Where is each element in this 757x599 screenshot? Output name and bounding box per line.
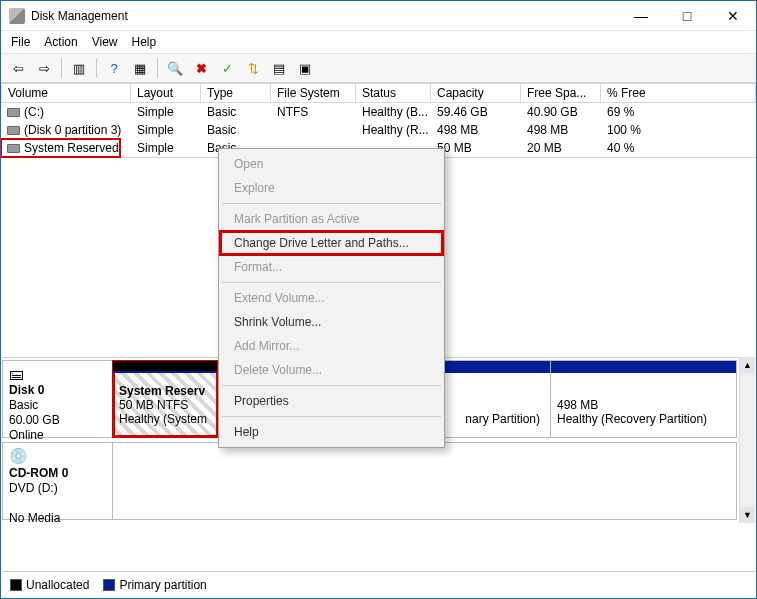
partition-empty[interactable] [113,443,736,519]
volume-layout: Simple [131,139,201,157]
back-button[interactable]: ⇦ [7,57,29,79]
forward-button[interactable]: ⇨ [33,57,55,79]
ctx-separator [222,385,441,386]
partition-header [113,361,217,373]
volume-fs [271,121,356,139]
refresh-button[interactable]: 🔍 [164,57,186,79]
context-menu: Open Explore Mark Partition as Active Ch… [218,148,445,448]
volume-free: 498 MB [521,121,601,139]
menu-view[interactable]: View [92,35,118,49]
swatch-unallocated [10,579,22,591]
delete-button[interactable]: ✖ [190,57,212,79]
col-layout[interactable]: Layout [131,83,201,103]
disk-management-icon [9,8,25,24]
properties-button[interactable]: ▤ [268,57,290,79]
close-button[interactable]: ✕ [710,1,756,31]
toolbar-separator [61,58,62,78]
volume-icon [7,108,20,117]
partition-strip [113,443,736,519]
ctx-help[interactable]: Help [220,420,443,444]
volume-pct: 40 % [601,139,756,157]
scroll-down-button[interactable]: ▼ [740,507,755,523]
toolbar-separator [157,58,158,78]
ctx-separator [222,203,441,204]
menu-file[interactable]: File [11,35,30,49]
legend-unallocated: Unallocated [10,578,89,592]
partition-status: Healthy (System [119,412,207,426]
ctx-separator [222,282,441,283]
disk-kind: DVD (D:) [9,481,106,495]
partition-header [551,361,736,373]
volume-free: 20 MB [521,139,601,157]
titlebar: Disk Management ― □ ✕ [1,1,756,31]
ctx-format[interactable]: Format... [220,255,443,279]
list-button[interactable]: ▣ [294,57,316,79]
volume-list: Volume Layout Type File System Status Ca… [1,83,756,158]
ctx-shrink-volume[interactable]: Shrink Volume... [220,310,443,334]
menu-action[interactable]: Action [44,35,77,49]
scroll-up-button[interactable]: ▲ [740,357,755,373]
volume-type: Basic [201,121,271,139]
menu-help[interactable]: Help [132,35,157,49]
disk-info[interactable]: 💿 CD-ROM 0 DVD (D:) No Media [3,443,113,519]
ctx-delete-volume[interactable]: Delete Volume... [220,358,443,382]
volume-fs: NTFS [271,103,356,121]
volume-pct: 69 % [601,103,756,121]
col-type[interactable]: Type [201,83,271,103]
col-status[interactable]: Status [356,83,431,103]
show-hide-tree-button[interactable]: ▥ [68,57,90,79]
partition-size: 50 MB NTFS [119,398,188,412]
partition-recovery[interactable]: 498 MB Healthy (Recovery Partition) [551,361,736,437]
volume-list-header: Volume Layout Type File System Status Ca… [1,83,756,103]
ctx-properties[interactable]: Properties [220,389,443,413]
volume-row[interactable]: (Disk 0 partition 3) Simple Basic Health… [1,121,756,139]
disk-info[interactable]: 🖴 Disk 0 Basic 60.00 GB Online [3,361,113,437]
swatch-primary [103,579,115,591]
ctx-separator [222,416,441,417]
ctx-extend-volume[interactable]: Extend Volume... [220,286,443,310]
toolbar-separator [96,58,97,78]
volume-layout: Simple [131,103,201,121]
partition-system-reserved[interactable]: System Reserv 50 MB NTFS Healthy (System [113,361,218,437]
rescan-button[interactable]: ⇅ [242,57,264,79]
volume-type: Basic [201,103,271,121]
disk-state: No Media [9,511,106,525]
volume-pct: 100 % [601,121,756,139]
menubar: File Action View Help [1,31,756,54]
volume-free: 40.90 GB [521,103,601,121]
disk-icon: 🖴 [9,365,106,382]
minimize-button[interactable]: ― [618,1,664,31]
volume-icon [7,126,20,135]
ctx-add-mirror[interactable]: Add Mirror... [220,334,443,358]
window-title: Disk Management [31,9,128,23]
col-pctfree[interactable]: % Free [601,83,756,103]
volume-layout: Simple [131,121,201,139]
volume-status: Healthy (R... [356,121,431,139]
help-button[interactable]: ? [103,57,125,79]
cdrom-icon: 💿 [9,447,106,465]
volume-capacity: 59.46 GB [431,103,521,121]
legend-primary: Primary partition [103,578,206,592]
ctx-change-drive-letter[interactable]: Change Drive Letter and Paths... [220,231,443,255]
volume-status: Healthy (B... [356,103,431,121]
volume-name: (C:) [24,105,44,119]
check-button[interactable]: ✓ [216,57,238,79]
toolbar: ⇦ ⇨ ▥ ? ▦ 🔍 ✖ ✓ ⇅ ▤ ▣ [1,54,756,83]
volume-row[interactable]: (C:) Simple Basic NTFS Healthy (B... 59.… [1,103,756,121]
col-filesystem[interactable]: File System [271,83,356,103]
ctx-mark-active[interactable]: Mark Partition as Active [220,207,443,231]
volume-name: (Disk 0 partition 3) [24,123,121,137]
maximize-button[interactable]: □ [664,1,710,31]
disk-map-scrollbar[interactable]: ▲ ▼ [739,357,755,523]
col-free[interactable]: Free Spa... [521,83,601,103]
ctx-open[interactable]: Open [220,152,443,176]
legend: Unallocated Primary partition [2,571,755,597]
col-capacity[interactable]: Capacity [431,83,521,103]
partition-status: Healthy (Recovery Partition) [557,412,707,426]
volume-name: System Reserved [24,141,119,155]
settings-button[interactable]: ▦ [129,57,151,79]
ctx-explore[interactable]: Explore [220,176,443,200]
col-volume[interactable]: Volume [1,83,131,103]
disk-title: CD-ROM 0 [9,466,106,480]
disk-title: Disk 0 [9,383,106,397]
